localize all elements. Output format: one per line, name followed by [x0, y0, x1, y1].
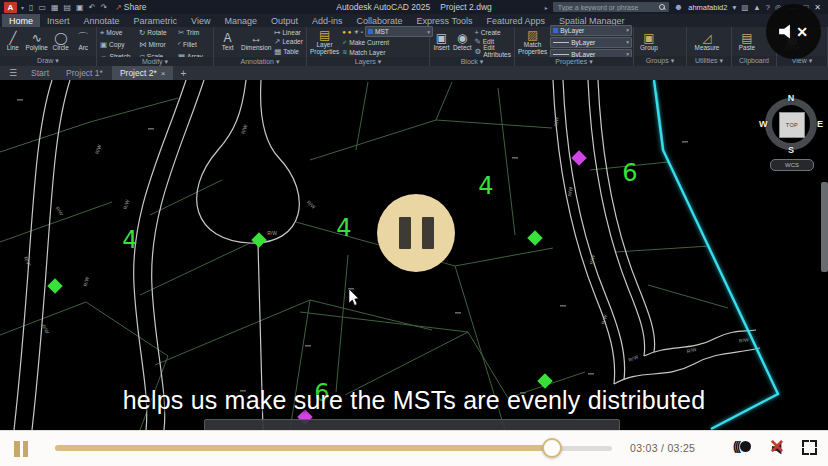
panel-clipboard-title[interactable]: Clipboard [732, 56, 776, 66]
open-file-icon[interactable]: ▭ [37, 3, 47, 12]
layer-dropdown[interactable]: MST ▾ [365, 26, 433, 37]
redo-icon[interactable]: ↷ [99, 3, 108, 12]
doc-tab-project-1-[interactable]: Project 1* [58, 66, 111, 80]
fillet-tool[interactable]: ◜Fillet [178, 40, 214, 49]
close-tab-icon[interactable]: × [161, 69, 166, 78]
rotate-tool[interactable]: ↻Rotate [139, 28, 175, 37]
search-collapse-icon[interactable]: ▸ [545, 4, 548, 11]
move-tool[interactable]: ⌖Move [100, 28, 136, 38]
text-tool[interactable]: A Text [217, 32, 238, 52]
doc-tab-project-2-[interactable]: Project 2*× [112, 66, 174, 80]
group-tool[interactable]: ▣ Group [637, 32, 661, 52]
account-dropdown-icon[interactable]: ▾ [732, 3, 736, 12]
new-file-icon[interactable]: ▯ [28, 3, 34, 12]
create-block-tool[interactable]: + Create [474, 28, 511, 37]
ribbon-tab-annotate[interactable]: Annotate [77, 14, 127, 27]
make-current-icon: ✓ [342, 39, 347, 45]
table-tool[interactable]: ▦ Table [274, 47, 303, 56]
lineweight-swatch [553, 54, 569, 55]
polyline-tool[interactable]: ∿ Polyline [26, 32, 48, 52]
ribbon-tab-featured-apps[interactable]: Featured Apps [479, 14, 552, 27]
layer-freeze-icon[interactable]: ● [348, 29, 352, 35]
layer-lock-icon[interactable]: ▪ [361, 29, 363, 35]
canvas-scrollbar[interactable] [821, 182, 828, 272]
ribbon-tab-insert[interactable]: Insert [40, 14, 77, 27]
viewcube[interactable]: N S W E TOP [762, 95, 820, 153]
detect-tool[interactable]: ◉ Detect [453, 32, 471, 52]
cart-icon[interactable]: ▥ [741, 3, 748, 12]
save-as-icon[interactable]: ▤ [63, 3, 73, 12]
viewcube-east[interactable]: E [817, 119, 823, 129]
linear-tool[interactable]: ↦ Linear [274, 28, 303, 37]
object-color-dropdown[interactable]: ByLayer ▾ [550, 25, 632, 36]
layer-thaw-icon[interactable]: ☀ [353, 29, 358, 35]
ribbon-tab-manage[interactable]: Manage [217, 14, 264, 27]
ribbon-tab-view[interactable]: View [184, 14, 217, 27]
leader-tool[interactable]: ↗ Leader [274, 38, 303, 47]
edit-attributes-tool[interactable]: ⚙ Edit Attributes [474, 47, 511, 56]
plot-icon[interactable]: ▣ [75, 3, 85, 12]
viewcube-top-face[interactable]: TOP [779, 112, 805, 138]
ribbon-tab-home[interactable]: Home [2, 14, 40, 27]
panel-utilities-title[interactable]: Utilities ▾ [687, 56, 731, 66]
measure-tool[interactable]: ◿ Measure [690, 32, 724, 52]
match-properties-tool[interactable]: ▨ Match Properties [518, 29, 547, 55]
match-layer-tool[interactable]: ≋ Match Layer [342, 48, 433, 57]
road-line [598, 80, 655, 352]
fullscreen-button[interactable] [802, 440, 817, 455]
help-icon[interactable]: ? [766, 3, 770, 12]
copy-tool[interactable]: ▣Copy [100, 40, 136, 49]
volume-waves-icon[interactable]: ((( [733, 439, 751, 453]
viewcube-west[interactable]: W [759, 119, 768, 129]
mirror-tool[interactable]: ⋈Mirror [139, 40, 175, 49]
dimension-tool[interactable]: ↔ Dimension [241, 32, 271, 52]
ribbon-tab-parametric[interactable]: Parametric [127, 14, 185, 27]
paste-tool[interactable]: ▤ Paste [735, 32, 759, 52]
layer-on-icon[interactable]: ● [342, 29, 346, 35]
viewcube-north[interactable]: N [788, 93, 795, 103]
arc-tool[interactable]: ⌒ Arc [73, 32, 93, 52]
trim-tool[interactable]: ✂Trim [178, 28, 214, 37]
video-mute-overlay-button[interactable]: ✕ [766, 4, 821, 59]
save-icon[interactable]: ▦ [50, 3, 60, 12]
share-button[interactable]: ↗ Share [115, 2, 146, 12]
player-mute-button[interactable]: ✕ [768, 436, 794, 460]
linetype-dropdown[interactable]: ByLayer ▾ [550, 37, 632, 48]
search-icon[interactable] [659, 4, 666, 11]
video-pause-overlay-button[interactable] [377, 194, 455, 272]
move-label: Move [106, 29, 122, 36]
wcs-dropdown[interactable]: WCS [770, 159, 814, 171]
circle-tool[interactable]: ◯ Circle [51, 32, 71, 52]
logo-dropdown-icon[interactable]: ▾ [21, 4, 24, 11]
autodesk-icon[interactable]: ▲ [753, 3, 760, 12]
road-line [32, 80, 70, 430]
progress-bar[interactable] [55, 445, 612, 451]
account-username[interactable]: ahmafabid2 [688, 3, 727, 12]
fullscreen-corner [810, 448, 817, 455]
search-input[interactable] [556, 3, 656, 12]
new-tab-button[interactable]: + [174, 66, 192, 80]
ribbon-tab-add-ins[interactable]: Add-ins [305, 14, 350, 27]
ribbon-tab-express-tools[interactable]: Express Tools [410, 14, 480, 27]
close-button[interactable]: ✕ [811, 3, 824, 12]
ribbon-tab-collaborate[interactable]: Collaborate [350, 14, 410, 27]
progress-handle[interactable] [542, 438, 562, 458]
insert-tool[interactable]: ▣ Insert [433, 32, 450, 52]
viewcube-south[interactable]: S [788, 145, 794, 155]
ribbon-tab-output[interactable]: Output [264, 14, 305, 27]
make-current-tool[interactable]: ✓ Make Current [342, 37, 433, 46]
autocad-logo-icon[interactable]: A [4, 2, 17, 13]
parcel-id-label [512, 157, 518, 159]
player-pause-button[interactable] [14, 441, 28, 457]
hamburger-menu-icon[interactable]: ☰ [4, 66, 22, 80]
doc-tab-start[interactable]: Start [23, 66, 57, 80]
undo-icon[interactable]: ↶ [88, 3, 97, 12]
account-icon[interactable]: ☻ [674, 2, 683, 12]
line-tool[interactable]: ╱ Line [3, 32, 23, 52]
layer-properties-tool[interactable]: ▤ Layer Properties [310, 29, 339, 55]
panel-draw-title[interactable]: Draw ▾ [0, 56, 96, 66]
panel-annotation-body: A Text ↔ Dimension ↦ Linear ↗ Leader [214, 27, 306, 57]
mst-marker-diamond [527, 230, 543, 246]
progress-fill [55, 445, 552, 451]
panel-groups-title[interactable]: Groups ▾ [634, 56, 686, 66]
